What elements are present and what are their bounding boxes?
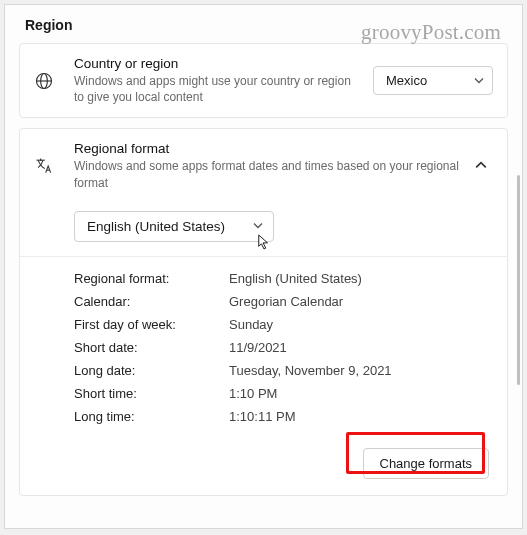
detail-label: Long time:	[74, 409, 229, 424]
detail-label: First day of week:	[74, 317, 229, 332]
regional-subtext: Windows and some apps format dates and t…	[74, 158, 459, 190]
detail-label: Calendar:	[74, 294, 229, 309]
page-title: Region	[25, 17, 508, 33]
country-dropdown-value: Mexico	[386, 73, 427, 88]
detail-value: 1:10:11 PM	[229, 409, 493, 424]
detail-label: Short time:	[74, 386, 229, 401]
country-heading: Country or region	[74, 56, 363, 71]
country-subtext: Windows and apps might use your country …	[74, 73, 363, 105]
detail-row: Long date:Tuesday, November 9, 2021	[74, 363, 493, 378]
scrollbar[interactable]	[517, 175, 520, 385]
detail-value: Tuesday, November 9, 2021	[229, 363, 493, 378]
detail-value: Gregorian Calendar	[229, 294, 493, 309]
change-formats-button[interactable]: Change formats	[363, 448, 490, 479]
country-dropdown[interactable]: Mexico	[373, 66, 493, 95]
detail-value: 11/9/2021	[229, 340, 493, 355]
detail-row: Short date:11/9/2021	[74, 340, 493, 355]
globe-icon	[34, 71, 74, 91]
regional-format-dropdown[interactable]: English (United States)	[74, 211, 274, 242]
chevron-down-icon	[474, 73, 484, 88]
detail-value: English (United States)	[229, 271, 493, 286]
regional-format-card: Regional format Windows and some apps fo…	[19, 128, 508, 495]
detail-row: Long time:1:10:11 PM	[74, 409, 493, 424]
detail-value: 1:10 PM	[229, 386, 493, 401]
language-icon	[34, 156, 74, 176]
chevron-up-icon[interactable]	[469, 159, 493, 174]
country-region-card: Country or region Windows and apps might…	[19, 43, 508, 118]
regional-heading: Regional format	[74, 141, 459, 156]
detail-row: Short time:1:10 PM	[74, 386, 493, 401]
detail-label: Regional format:	[74, 271, 229, 286]
detail-value: Sunday	[229, 317, 493, 332]
chevron-down-icon	[253, 219, 263, 234]
detail-row: First day of week:Sunday	[74, 317, 493, 332]
regional-format-header-row[interactable]: Regional format Windows and some apps fo…	[20, 129, 507, 202]
detail-label: Long date:	[74, 363, 229, 378]
regional-format-details: Regional format:English (United States)C…	[20, 257, 507, 442]
detail-row: Regional format:English (United States)	[74, 271, 493, 286]
regional-format-dropdown-value: English (United States)	[87, 219, 225, 234]
detail-row: Calendar:Gregorian Calendar	[74, 294, 493, 309]
detail-label: Short date:	[74, 340, 229, 355]
